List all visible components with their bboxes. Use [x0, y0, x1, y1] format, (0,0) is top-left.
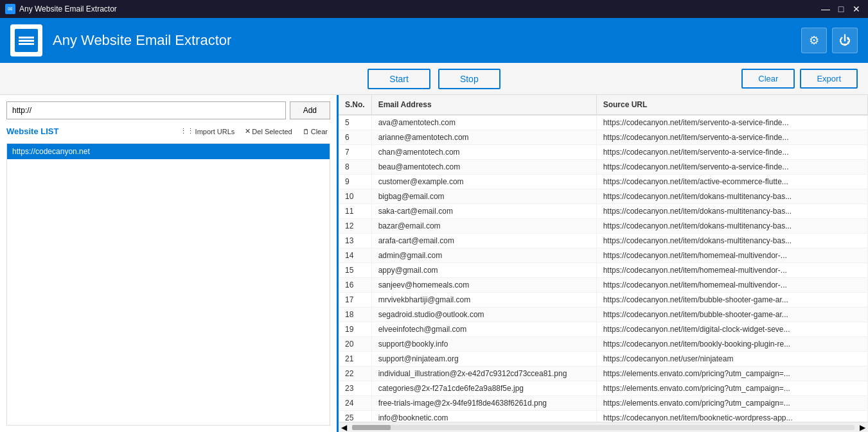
cell-url: https://elements.envato.com/pricing?utm_… [596, 367, 867, 381]
cell-email: ava@amentotech.com [371, 115, 596, 130]
url-input[interactable] [6, 101, 286, 119]
cell-email: appy@gmail.com [371, 263, 596, 278]
table-row[interactable]: 15 appy@gmail.com https://codecanyon.net… [339, 263, 868, 278]
title-bar-left: ✉ Any Website Email Extractor [5, 4, 117, 14]
cell-url: https://codecanyon.net/item/servento-a-s… [596, 115, 867, 130]
cell-sno: 19 [339, 322, 371, 337]
right-panel: S.No. Email Address Source URL 5 ava@ame… [339, 95, 868, 432]
table-body: 5 ava@amentotech.com https://codecanyon.… [339, 115, 868, 422]
scroll-thumb[interactable] [352, 425, 391, 430]
table-row[interactable]: 7 chan@amentotech.com https://codecanyon… [339, 145, 868, 160]
col-header-email: Email Address [371, 95, 596, 115]
title-bar-controls: — □ ✕ [819, 3, 863, 15]
table-row[interactable]: 23 categories@2x-f27a1cde6fe2a9a88f5e.jp… [339, 381, 868, 396]
cell-email: sanjeev@homemeals.com [371, 278, 596, 293]
cell-sno: 9 [339, 175, 371, 189]
cell-url: https://codecanyon.net/item/servento-a-s… [596, 130, 867, 145]
cell-email: categories@2x-f27a1cde6fe2a9a88f5e.jpg [371, 381, 596, 396]
website-list-title: Website LIST [6, 126, 172, 136]
table-header-row: S.No. Email Address Source URL [339, 95, 868, 115]
table-row[interactable]: 25 info@booknetic.com https://codecanyon… [339, 411, 868, 422]
cell-email: admin@gmail.com [371, 248, 596, 263]
cell-sno: 13 [339, 234, 371, 248]
cell-email: bigbag@email.com [371, 189, 596, 204]
add-button[interactable]: Add [290, 101, 330, 119]
table-row[interactable]: 17 mrvivekbhartiji@gmail.com https://cod… [339, 293, 868, 307]
table-row[interactable]: 11 saka-cart@email.com https://codecanyo… [339, 204, 868, 219]
cell-sno: 25 [339, 411, 371, 422]
title-bar: ✉ Any Website Email Extractor — □ ✕ [0, 0, 868, 18]
cell-sno: 11 [339, 204, 371, 219]
del-icon: ✕ [245, 127, 251, 135]
cell-sno: 8 [339, 160, 371, 175]
table-row[interactable]: 14 admin@gmail.com https://codecanyon.ne… [339, 248, 868, 263]
table-row[interactable]: 18 segadroid.studio@outlook.com https://… [339, 307, 868, 322]
table-row[interactable]: 24 free-trials-image@2x-94fe91f8de4638f6… [339, 396, 868, 411]
logo-line-3 [19, 43, 34, 45]
cell-sno: 6 [339, 130, 371, 145]
minimize-button[interactable]: — [819, 3, 832, 15]
table-row[interactable]: 21 support@ninjateam.org https://codecan… [339, 352, 868, 367]
table-row[interactable]: 16 sanjeev@homemeals.com https://codecan… [339, 278, 868, 293]
toolbar-right: Clear Export [741, 69, 858, 89]
toolbar: Start Stop Clear Export [0, 63, 868, 95]
logo-line-2 [19, 40, 34, 42]
logo-inner [15, 29, 38, 52]
cell-email: elveeinfotech@gmail.com [371, 322, 596, 337]
settings-button[interactable]: ⚙ [801, 28, 827, 53]
website-list-item[interactable]: https://codecanyon.net [7, 144, 330, 159]
table-row[interactable]: 9 customer@example.com https://codecanyo… [339, 175, 868, 189]
table-row[interactable]: 6 arianne@amentotech.com https://codecan… [339, 130, 868, 145]
title-bar-text: Any Website Email Extractor [19, 4, 117, 13]
scroll-right-icon[interactable]: ▶ [857, 423, 868, 432]
table-row[interactable]: 10 bigbag@email.com https://codecanyon.n… [339, 189, 868, 204]
cell-email: beau@amentotech.com [371, 160, 596, 175]
cell-email: arianne@amentotech.com [371, 130, 596, 145]
import-urls-button[interactable]: ⋮⋮ Import URLs [177, 126, 238, 137]
start-button[interactable]: Start [368, 69, 430, 89]
cell-sno: 21 [339, 352, 371, 367]
cell-url: https://codecanyon.net/item/booknetic-wo… [596, 411, 867, 422]
stop-button[interactable]: Stop [438, 69, 500, 89]
table-row[interactable]: 8 beau@amentotech.com https://codecanyon… [339, 160, 868, 175]
cell-sno: 5 [339, 115, 371, 130]
cell-url: https://codecanyon.net/item/dokans-multi… [596, 204, 867, 219]
scroll-left-icon[interactable]: ◀ [339, 423, 350, 432]
cell-url: https://codecanyon.net/item/homemeal-mul… [596, 263, 867, 278]
scroll-track[interactable] [352, 425, 855, 430]
cell-email: arafa-cart@email.com [371, 234, 596, 248]
table-row[interactable]: 22 individual_illustration@2x-e42d7c9312… [339, 367, 868, 381]
cell-sno: 16 [339, 278, 371, 293]
cell-url: https://codecanyon.net/item/servento-a-s… [596, 145, 867, 160]
app-icon: ✉ [5, 4, 15, 14]
cell-email: segadroid.studio@outlook.com [371, 307, 596, 322]
cell-url: https://codecanyon.net/user/ninjateam [596, 352, 867, 367]
cell-sno: 14 [339, 248, 371, 263]
table-row[interactable]: 5 ava@amentotech.com https://codecanyon.… [339, 115, 868, 130]
clear-button[interactable]: Clear [741, 69, 795, 89]
col-header-url: Source URL [596, 95, 867, 115]
horizontal-scrollbar[interactable]: ◀ ▶ [339, 422, 868, 432]
main-content: Add Website LIST ⋮⋮ Import URLs ✕ Del Se… [0, 95, 868, 432]
col-header-sno: S.No. [339, 95, 371, 115]
logo-line-1 [19, 37, 34, 39]
results-table: S.No. Email Address Source URL 5 ava@ame… [339, 95, 868, 422]
cell-email: saka-cart@email.com [371, 204, 596, 219]
table-row[interactable]: 12 bazar@email.com https://codecanyon.ne… [339, 219, 868, 234]
cell-url: https://codecanyon.net/item/bubble-shoot… [596, 307, 867, 322]
maximize-button[interactable]: □ [835, 3, 847, 15]
table-row[interactable]: 19 elveeinfotech@gmail.com https://codec… [339, 322, 868, 337]
table-row[interactable]: 13 arafa-cart@email.com https://codecany… [339, 234, 868, 248]
table-row[interactable]: 20 support@bookly.info https://codecanyo… [339, 337, 868, 352]
export-button[interactable]: Export [800, 69, 858, 89]
data-table-container[interactable]: S.No. Email Address Source URL 5 ava@ame… [339, 95, 868, 422]
import-icon: ⋮⋮ [180, 127, 194, 135]
list-clear-button[interactable]: 🗒 Clear [300, 126, 330, 137]
settings-icon: ⚙ [809, 33, 819, 48]
power-button[interactable]: ⏻ [832, 28, 858, 53]
close-button[interactable]: ✕ [850, 3, 863, 15]
cell-url: https://codecanyon.net/item/servento-a-s… [596, 160, 867, 175]
cell-url: https://codecanyon.net/item/bookly-booki… [596, 337, 867, 352]
del-selected-button[interactable]: ✕ Del Selected [242, 126, 294, 137]
cell-url: https://codecanyon.net/item/active-ecomm… [596, 175, 867, 189]
